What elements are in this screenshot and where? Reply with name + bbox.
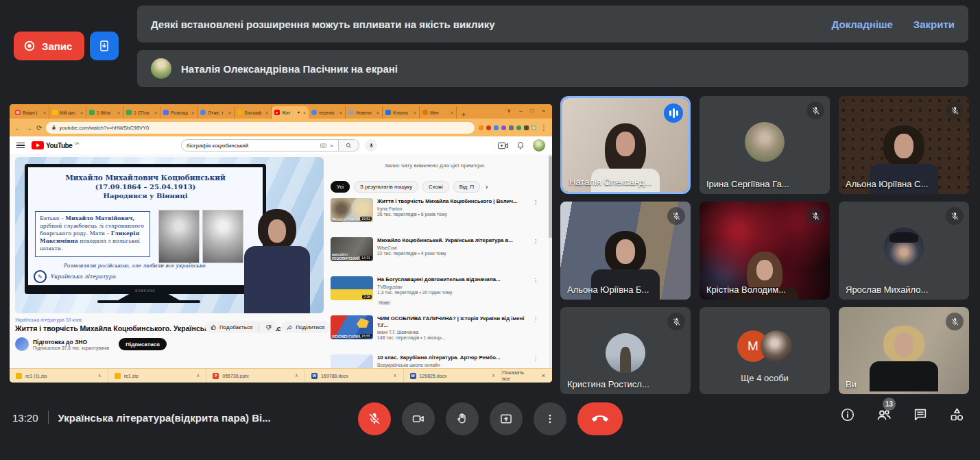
address-bar[interactable]: youtube.com/watch?v=hHWSbC98VY0 xyxy=(46,122,475,134)
tab-schedule[interactable]: Розклад× xyxy=(160,106,198,119)
create-video-icon[interactable] xyxy=(498,142,508,149)
tab-youtube-active[interactable]: ▸ Жит × xyxy=(272,106,309,119)
voice-search-button[interactable] xyxy=(365,139,377,152)
profile-avatar-icon[interactable] xyxy=(531,125,536,130)
tab-novels[interactable]: Новели× xyxy=(346,106,383,119)
close-icon[interactable]: × xyxy=(43,110,46,115)
chip-from-channel[interactable]: Від: П xyxy=(453,181,480,193)
close-icon[interactable]: × xyxy=(228,110,231,115)
video-menu-icon[interactable]: ⋮ xyxy=(531,198,540,232)
download-item[interactable]: re1 (1).zip∧ xyxy=(10,369,108,383)
raise-hand-button[interactable] xyxy=(446,402,479,435)
tab-sheets-1[interactable]: 1 6Кла× xyxy=(86,106,123,119)
forward-icon[interactable]: → xyxy=(25,124,32,132)
present-screen-button[interactable] xyxy=(490,402,523,435)
close-icon[interactable]: × xyxy=(414,110,416,115)
extension-icon[interactable] xyxy=(479,125,483,130)
overflow-tile-more-people[interactable]: M Ще 4 особи xyxy=(700,307,830,394)
extension-icon[interactable] xyxy=(494,125,499,130)
screen-share-surface[interactable]: MВхідні (× Мій дис× 1 6Кла× 1 СПла× Розк… xyxy=(10,104,552,383)
close-window-icon[interactable]: × xyxy=(542,108,545,114)
tab-gmail[interactable]: MВхідні (× xyxy=(12,106,49,119)
page-scrollbar[interactable] xyxy=(549,154,552,368)
chevron-up-icon[interactable]: ∧ xyxy=(393,373,396,378)
details-link[interactable]: Докладніше xyxy=(832,19,893,30)
thumb-down-icon[interactable] xyxy=(265,324,272,330)
clear-search-icon[interactable]: × xyxy=(330,143,333,149)
close-icon[interactable]: × xyxy=(303,110,306,115)
tab-sheets-2[interactable]: 1 СПла× xyxy=(123,106,160,119)
participant-tile-krystyna-r[interactable]: Кристина Ростисл... xyxy=(560,307,691,394)
channel-name[interactable]: Підготовка до ЗНО xyxy=(33,339,109,346)
download-item[interactable]: P055736.pptx∧ xyxy=(206,369,305,383)
download-item[interactable]: W129825.docx∧ xyxy=(404,369,503,383)
restore-icon[interactable]: □ xyxy=(530,108,534,114)
video-menu-icon[interactable]: ⋮ xyxy=(531,315,540,349)
close-icon[interactable]: × xyxy=(265,110,268,115)
subscribe-button[interactable]: Підписатися xyxy=(119,338,167,350)
more-options-button[interactable] xyxy=(534,402,566,435)
account-avatar[interactable] xyxy=(533,139,545,152)
video-menu-icon[interactable]: ⋮ xyxy=(531,237,540,271)
close-link[interactable]: Закрити xyxy=(913,19,955,30)
search-input[interactable]: біографія коцюбинський × xyxy=(181,139,339,152)
back-icon[interactable]: ← xyxy=(14,124,21,132)
close-icon[interactable]: × xyxy=(117,110,120,115)
extension-icons[interactable] xyxy=(479,125,536,130)
recording-button[interactable]: Запис xyxy=(14,32,84,60)
participant-tile-alona-s[interactable]: Альона Юріївна С... xyxy=(839,96,969,194)
capture-button[interactable] xyxy=(90,32,119,60)
participant-tile-iryna[interactable]: Ірина Сергіївна Га... xyxy=(700,96,830,194)
puzzle-icon[interactable] xyxy=(524,125,529,130)
mute-button[interactable] xyxy=(358,402,391,435)
close-icon[interactable]: × xyxy=(451,110,453,115)
tab-search-icon[interactable]: ∨ xyxy=(507,108,511,114)
search-button[interactable] xyxy=(339,139,359,152)
participant-tile-nataliya[interactable]: Наталія Олександ... xyxy=(560,96,691,194)
participants-button[interactable]: 13 xyxy=(876,407,892,423)
tab-classroom[interactable]: Класна× xyxy=(383,106,420,119)
browser-menu-icon[interactable]: ⋮ xyxy=(540,124,547,132)
video-menu-icon[interactable]: ⋮ xyxy=(531,276,540,310)
suggested-video[interactable]: ФЕНОМЕН ГАЛИЧИНИ15:55 ЧИМ ОСОБЛИВА ГАЛИЧ… xyxy=(331,315,540,349)
chevron-right-icon[interactable]: › xyxy=(486,183,488,191)
close-icon[interactable]: × xyxy=(377,110,379,115)
extension-icon[interactable] xyxy=(516,125,521,130)
close-icon[interactable]: × xyxy=(154,110,157,115)
tab-photos[interactable]: Мен× xyxy=(420,106,457,119)
notifications-bell-icon[interactable] xyxy=(516,141,525,150)
chip-from-search[interactable]: З результатів пошуку xyxy=(354,181,418,193)
extension-icon[interactable] xyxy=(509,125,514,130)
extension-icon[interactable] xyxy=(501,125,506,130)
suggested-video[interactable]: МИХАЙЛО КОЦЮБИНСЬКИЙ14:31 Михайло Коцюби… xyxy=(331,237,540,271)
close-downloads-icon[interactable]: × xyxy=(542,372,545,379)
leave-call-button[interactable] xyxy=(577,402,623,435)
participant-tile-alona-b[interactable]: Альона Юріївна Б... xyxy=(560,202,691,300)
self-view-tile[interactable]: Ви xyxy=(839,307,969,394)
close-icon[interactable]: × xyxy=(80,110,83,115)
tab-search-1[interactable]: Отже, т× xyxy=(198,106,235,119)
share-button[interactable]: Поділитися xyxy=(281,321,330,333)
participant-tile-yaroslav[interactable]: Ярослав Михайло... xyxy=(839,202,969,300)
minimize-icon[interactable]: – xyxy=(519,108,522,114)
participant-tile-kristina-v[interactable]: Крістіна Володим... xyxy=(700,202,830,300)
new-tab-button[interactable]: + xyxy=(457,111,470,119)
refresh-icon[interactable]: ⟳ xyxy=(36,124,42,132)
suggested-video[interactable]: Михайла Коцюбинського19:51 Життя і творч… xyxy=(331,198,540,232)
show-all-downloads[interactable]: Показать все xyxy=(502,370,532,382)
chip-all[interactable]: Усі xyxy=(331,181,350,193)
like-button[interactable]: Подобається xyxy=(205,321,277,333)
tab-search-2[interactable]: перелік× xyxy=(309,106,346,119)
download-item[interactable]: re1.zip∧ xyxy=(108,369,207,383)
chevron-up-icon[interactable]: ∧ xyxy=(98,373,101,378)
extension-icon[interactable] xyxy=(486,125,491,130)
chevron-up-icon[interactable]: ∧ xyxy=(196,373,200,378)
camera-button[interactable] xyxy=(402,402,435,435)
meeting-details-button[interactable] xyxy=(840,407,855,422)
suggested-video[interactable]: 3:38 На Богуславщині довгожителька відзн… xyxy=(331,276,540,310)
tab-drive[interactable]: Мій дис× xyxy=(49,106,86,119)
tab-biography[interactable]: Біограф× xyxy=(235,106,272,119)
youtube-logo[interactable]: YouTube UA xyxy=(32,141,79,149)
keyboard-icon[interactable] xyxy=(320,143,326,148)
menu-icon[interactable] xyxy=(16,143,25,149)
